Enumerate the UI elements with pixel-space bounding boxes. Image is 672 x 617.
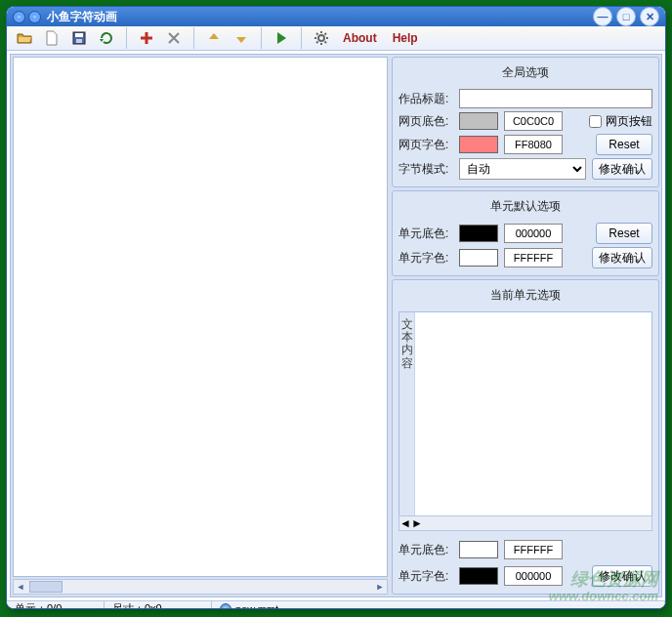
help-link[interactable]: Help (387, 31, 424, 45)
cur-unit-bg-swatch[interactable] (459, 541, 498, 558)
system-menu-icons: ◦ ◦ (13, 11, 41, 23)
unit-default-panel: 单元默认选项 单元底色: 000000 Reset 单元字色: FFFFFF 修… (392, 190, 659, 276)
current-unit-title: 当前单元选项 (399, 284, 652, 308)
separator (126, 27, 127, 49)
app-window: ◦ ◦ 小鱼字符动画 — □ ✕ About Help ◄ (6, 6, 666, 609)
piece-title-label: 作品标题: (399, 91, 453, 107)
titlebar: ◦ ◦ 小鱼字符动画 — □ ✕ (7, 7, 665, 26)
svg-rect-1 (75, 33, 83, 37)
global-options-panel: 全局选项 作品标题: 网页底色: C0C0C0 网页按钮 网页字色: (392, 57, 659, 187)
toolbar: About Help (7, 26, 665, 51)
open-button[interactable] (13, 26, 36, 50)
unit-fg-hex[interactable]: FFFFFF (504, 248, 563, 267)
svg-rect-2 (76, 39, 82, 43)
scroll-right-icon[interactable]: ► (373, 580, 387, 594)
global-options-title: 全局选项 (399, 62, 652, 86)
unit-default-title: 单元默认选项 (399, 195, 652, 220)
canvas-area[interactable] (13, 57, 388, 577)
unit-default-confirm-button[interactable]: 修改确认 (592, 247, 652, 268)
page-button-checkbox[interactable]: 网页按钮 (589, 113, 652, 130)
unit-default-reset-button[interactable]: Reset (596, 223, 652, 244)
cur-unit-fg-label: 单元字色: (399, 568, 453, 585)
sys-icon-1[interactable]: ◦ (13, 11, 25, 23)
settings-button[interactable] (310, 26, 333, 50)
piece-title-input[interactable] (459, 89, 652, 108)
page-bg-swatch[interactable] (459, 112, 498, 130)
byte-mode-label: 字节模式: (399, 161, 453, 178)
sys-icon-2[interactable]: ◦ (28, 11, 41, 23)
unit-fg-swatch[interactable] (459, 249, 498, 267)
ta-scroll-right-icon[interactable]: ► (411, 516, 423, 530)
move-down-button[interactable] (230, 26, 253, 50)
client-area: ◄ ► 全局选项 作品标题: 网页底色: C0C0C0 (10, 54, 662, 597)
status-file: new.mmt (235, 603, 278, 610)
globe-icon (220, 603, 231, 610)
global-reset-button[interactable]: Reset (596, 134, 652, 155)
right-pane: 全局选项 作品标题: 网页底色: C0C0C0 网页按钮 网页字色: (390, 55, 661, 596)
text-content-textarea[interactable] (415, 312, 651, 515)
byte-mode-select[interactable]: 自动 (459, 158, 586, 180)
play-button[interactable] (270, 26, 293, 50)
cur-unit-bg-hex[interactable]: FFFFFF (504, 540, 563, 559)
page-button-label: 网页按钮 (606, 113, 652, 130)
scroll-left-icon[interactable]: ◄ (14, 580, 27, 594)
delete-button[interactable] (162, 26, 186, 50)
current-unit-confirm-button[interactable]: 修改确认 (592, 565, 652, 587)
textarea-scrollbar[interactable]: ◄ ► (399, 515, 652, 531)
save-button[interactable] (67, 26, 91, 50)
close-button[interactable]: ✕ (640, 7, 659, 26)
page-bg-label: 网页底色: (399, 113, 453, 130)
text-content-wrap: 文本内容 (399, 311, 652, 516)
left-pane: ◄ ► (11, 55, 390, 596)
status-size: 尺寸：0x0 (105, 601, 212, 609)
minimize-button[interactable]: — (593, 7, 612, 26)
status-unit: 单元：0/0 (7, 601, 105, 609)
statusbar: 单元：0/0 尺寸：0x0 new.mmt (7, 600, 665, 609)
cur-unit-bg-label: 单元底色: (399, 542, 453, 558)
current-unit-panel: 当前单元选项 文本内容 ◄ ► 单元底色: FFFFFF (392, 279, 659, 595)
page-fg-swatch[interactable] (459, 136, 498, 153)
refresh-button[interactable] (95, 26, 118, 50)
unit-bg-label: 单元底色: (399, 226, 453, 242)
ta-scroll-left-icon[interactable]: ◄ (399, 516, 411, 530)
unit-bg-swatch[interactable] (459, 225, 498, 242)
separator (261, 27, 262, 49)
unit-fg-label: 单元字色: (399, 250, 453, 267)
new-button[interactable] (40, 26, 63, 50)
page-button-check[interactable] (589, 115, 602, 128)
global-confirm-button[interactable]: 修改确认 (592, 158, 652, 180)
horizontal-scrollbar[interactable]: ◄ ► (13, 579, 388, 595)
move-up-button[interactable] (202, 26, 226, 50)
add-button[interactable] (135, 26, 158, 50)
page-bg-hex[interactable]: C0C0C0 (504, 111, 563, 131)
svg-point-3 (318, 35, 324, 41)
text-content-label: 文本内容 (399, 312, 415, 515)
page-fg-label: 网页字色: (399, 137, 453, 153)
window-title: 小鱼字符动画 (47, 9, 593, 25)
status-file-cell: new.mmt (212, 601, 665, 609)
scroll-thumb[interactable] (29, 581, 63, 593)
maximize-button[interactable]: □ (616, 7, 636, 26)
page-fg-hex[interactable]: FF8080 (504, 135, 563, 154)
separator (193, 27, 194, 49)
cur-unit-fg-hex[interactable]: 000000 (504, 566, 563, 586)
unit-bg-hex[interactable]: 000000 (504, 224, 563, 243)
cur-unit-fg-swatch[interactable] (459, 567, 498, 585)
about-link[interactable]: About (337, 31, 383, 45)
separator (301, 27, 302, 49)
